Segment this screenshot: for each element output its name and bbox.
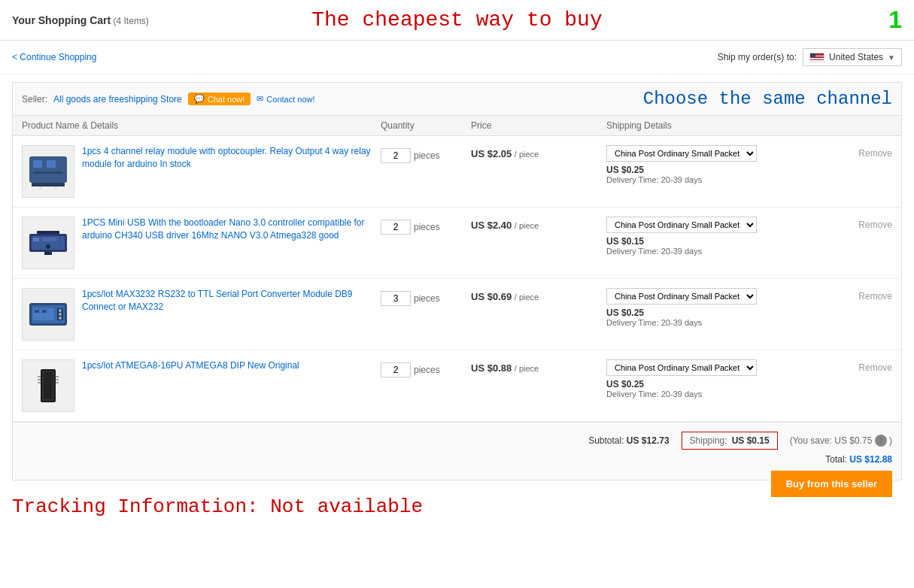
delivery-time-4: Delivery Time: 20-39 days [606,389,832,399]
svg-point-18 [59,313,62,316]
qty-cell-1: pieces [381,145,471,163]
svg-rect-22 [42,310,47,313]
step-number: 1 [888,6,902,34]
choose-channel-label: Choose the same channel [643,89,892,109]
remove-cell-3: Remove [832,288,892,302]
svg-rect-4 [32,183,65,186]
qty-input-4[interactable] [381,362,411,377]
product-image-3 [22,288,74,341]
qty-input-2[interactable] [381,220,411,235]
product-name-2[interactable]: 1PCS Mini USB With the bootloader Nano 3… [82,217,381,242]
remove-button-3[interactable]: Remove [858,291,892,302]
chat-icon: 💬 [194,94,205,104]
shipping-total-value: US $0.15 [732,435,770,446]
delivery-time-2: Delivery Time: 20-39 days [606,247,832,256]
svg-rect-13 [37,231,59,234]
subtotal-label: Subtotal: US $12.73 [588,435,669,446]
shipping-cell-4: China Post Ordinary Small Packet US $0.2… [606,359,832,399]
contact-button[interactable]: ✉ Contact now! [257,94,314,104]
svg-rect-25 [44,372,53,399]
price-cell-4: US $0.88 / piece [471,359,606,374]
top-header: Your Shopping Cart (4 Items) The cheapes… [0,0,914,41]
qty-cell-2: pieces [381,217,471,235]
qty-input-3[interactable] [381,291,411,306]
product-cell-2: 1PCS Mini USB With the bootloader Nano 3… [22,217,381,269]
shipping-cell-1: China Post Ordinary Small Packet US $0.2… [606,145,832,184]
pieces-label-2: pieces [414,220,440,232]
ship-to-label: Ship my order(s) to: [718,52,797,62]
remove-cell-1: Remove [832,145,892,159]
bottom-banner: Tracking Information: Not available [12,496,902,518]
shipping-price-4: US $0.25 [606,379,832,389]
remove-button-1[interactable]: Remove [858,148,892,159]
product-cell-4: 1pcs/lot ATMEGA8-16PU ATMEGA8 DIP New Or… [22,359,381,412]
shipping-select-1[interactable]: China Post Ordinary Small Packet [606,145,757,162]
qty-input-1[interactable] [381,148,411,163]
per-piece-3: / piece [515,292,539,302]
help-icon[interactable]: ? [875,435,887,447]
per-piece-4: / piece [515,364,539,373]
remove-button-4[interactable]: Remove [858,362,892,373]
price-cell-1: US $2.05 / piece [471,145,606,159]
product-cell-3: 1pcs/lot MAX3232 RS232 to TTL Serial Por… [22,288,381,341]
svg-point-17 [59,309,62,312]
pieces-label-1: pieces [414,148,440,161]
buy-from-seller-button[interactable]: Buy from this seller [771,471,892,497]
shipping-select-4[interactable]: China Post Ordinary Small Packet [606,359,757,376]
totals-row: Subtotal: US $12.73 Shipping: US $0.15 (… [22,432,892,450]
seller-name: All goods are freeshipping Store [53,94,182,105]
savings-text: (You save: US $0.75 ? ) [790,435,892,447]
ship-to-section: Ship my order(s) to: United States ▼ [718,48,902,66]
total-row: Total: US $12.88 [22,454,892,465]
remove-button-2[interactable]: Remove [858,220,892,230]
table-row: 1PCS Mini USB With the bootloader Nano 3… [13,208,901,279]
shipping-price-2: US $0.15 [606,236,832,247]
price-2: US $2.40 [471,220,512,231]
cart-footer: Subtotal: US $12.73 Shipping: US $0.15 (… [12,423,902,480]
country-name: United States [829,52,883,62]
subtotal-value: US $12.73 [627,435,670,446]
shipping-cell-3: China Post Ordinary Small Packet US $0.2… [606,288,832,327]
svg-rect-9 [33,238,39,241]
shipping-total-label: Shipping: [690,435,727,446]
delivery-time-3: Delivery Time: 20-39 days [606,318,832,327]
continue-shopping-link[interactable]: < Continue Shopping [12,52,96,62]
per-piece-2: / piece [515,221,539,230]
chevron-down-icon: ▼ [888,53,895,62]
svg-rect-10 [42,238,57,241]
col-price: Price [471,120,606,131]
pieces-label-4: pieces [414,362,440,375]
shipping-select-2[interactable]: China Post Ordinary Small Packet [606,217,757,233]
shipping-cell-2: China Post Ordinary Small Packet US $0.1… [606,217,832,256]
shipping-total-box: Shipping: US $0.15 [682,432,778,450]
price-4: US $0.88 [471,362,512,374]
col-qty: Quantity [381,120,471,131]
product-name-4[interactable]: 1pcs/lot ATMEGA8-16PU ATMEGA8 DIP New Or… [82,359,299,372]
svg-rect-1 [33,160,42,168]
shipping-price-3: US $0.25 [606,308,832,318]
shipping-price-1: US $0.25 [606,165,832,175]
total-value: US $12.88 [849,454,892,465]
qty-cell-4: pieces [381,359,471,377]
product-image-2 [22,217,74,269]
product-name-3[interactable]: 1pcs/lot MAX3232 RS232 to TTL Serial Por… [82,288,381,314]
chat-button[interactable]: 💬 Chat now! [188,92,251,105]
us-flag-icon [809,53,824,62]
shipping-select-3[interactable]: China Post Ordinary Small Packet [606,288,757,305]
sub-header: < Continue Shopping Ship my order(s) to:… [0,41,914,74]
product-name-1[interactable]: 1pcs 4 channel relay module with optocou… [82,145,381,171]
svg-rect-3 [33,171,63,174]
remove-cell-2: Remove [832,217,892,230]
col-product: Product Name & Details [22,120,381,131]
table-row: 1pcs/lot ATMEGA8-16PU ATMEGA8 DIP New Or… [13,350,901,422]
price-cell-3: US $0.69 / piece [471,288,606,302]
col-action [832,120,892,131]
table-row: 1pcs 4 channel relay module with optocou… [13,136,901,208]
pieces-label-3: pieces [414,291,440,304]
col-shipping: Shipping Details [606,120,832,131]
country-selector[interactable]: United States ▼ [803,48,902,66]
svg-rect-21 [35,310,39,313]
svg-point-6 [54,186,57,189]
table-row: 1pcs/lot MAX3232 RS232 to TTL Serial Por… [13,279,901,350]
seller-label: Seller: [22,94,47,105]
